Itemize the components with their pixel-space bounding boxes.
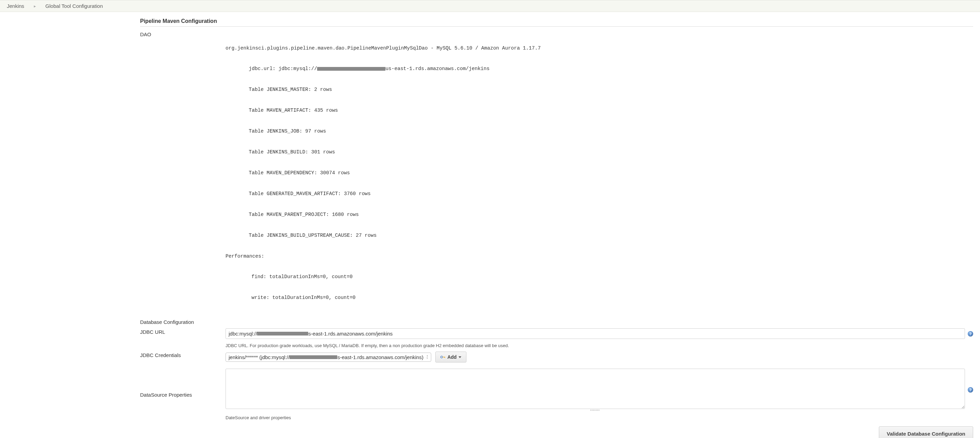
- dao-table-row: Table GENERATED_MAVEN_ARTIFACT: 3760 row…: [226, 190, 973, 197]
- help-icon[interactable]: ?: [968, 387, 973, 393]
- resize-grip-icon[interactable]: [226, 409, 965, 411]
- datasource-properties-textarea[interactable]: [226, 369, 965, 409]
- dao-table-row: Table JENKINS_JOB: 97 rows: [226, 128, 973, 135]
- jdbc-credentials-label: JDBC Credentials: [140, 352, 226, 358]
- add-credentials-button[interactable]: Add: [435, 352, 466, 363]
- svg-point-0: [441, 356, 443, 358]
- dao-label: DAO: [140, 31, 226, 37]
- dao-table-row: Table JENKINS_BUILD: 301 rows: [226, 149, 973, 156]
- svg-rect-2: [444, 357, 445, 358]
- dao-perf-find: find: totalDurationInMs=0, count=0: [226, 273, 973, 280]
- chevron-down-icon: [458, 356, 461, 358]
- breadcrumb: Jenkins ▸ Global Tool Configuration: [0, 0, 980, 12]
- datasource-properties-help-text: DateSource and driver properties: [226, 415, 973, 420]
- jdbc-url-help-text: JDBC URL. For production grade workloads…: [226, 343, 973, 348]
- database-configuration-label: Database Configuration: [140, 319, 226, 325]
- breadcrumb-root[interactable]: Jenkins: [7, 3, 24, 9]
- datasource-properties-label: DataSource Properties: [140, 391, 226, 398]
- add-button-label: Add: [447, 354, 457, 360]
- dao-details: org.jenkinsci.plugins.pipeline.maven.dao…: [226, 31, 973, 315]
- dao-table-row: Table JENKINS_MASTER: 2 rows: [226, 86, 973, 93]
- dao-header: org.jenkinsci.plugins.pipeline.maven.dao…: [226, 45, 973, 52]
- dao-table-row: Table MAVEN_DEPENDENCY: 30074 rows: [226, 169, 973, 176]
- help-icon[interactable]: ?: [968, 331, 973, 336]
- jdbc-credentials-select[interactable]: jenkins/****** (jdbc:mysql://s-east-1.rd…: [226, 353, 431, 362]
- validate-database-configuration-button[interactable]: Validate Database Configuration: [879, 426, 973, 438]
- breadcrumb-current[interactable]: Global Tool Configuration: [45, 3, 103, 9]
- key-icon: [441, 354, 445, 360]
- dao-table-row: Table JENKINS_BUILD_UPSTREAM_CAUSE: 27 r…: [226, 232, 973, 239]
- section-header: Pipeline Maven Configuration: [140, 18, 973, 27]
- dao-jdbc-url: jdbc.url: jdbc:mysql://us-east-1.rds.ama…: [226, 65, 973, 72]
- dao-table-row: Table MAVEN_ARTIFACT: 435 rows: [226, 107, 973, 114]
- jdbc-url-label: JDBC URL: [140, 328, 226, 335]
- breadcrumb-separator-icon: ▸: [34, 4, 36, 8]
- dao-perf-write: write: totalDurationInMs=0, count=0: [226, 294, 973, 301]
- dao-table-row: Table MAVEN_PARENT_PROJECT: 1680 rows: [226, 211, 973, 218]
- jdbc-url-input[interactable]: jdbc:mysql://s-east-1.rds.amazonaws.com/…: [226, 328, 965, 339]
- dao-perf-header: Performances:: [226, 253, 973, 260]
